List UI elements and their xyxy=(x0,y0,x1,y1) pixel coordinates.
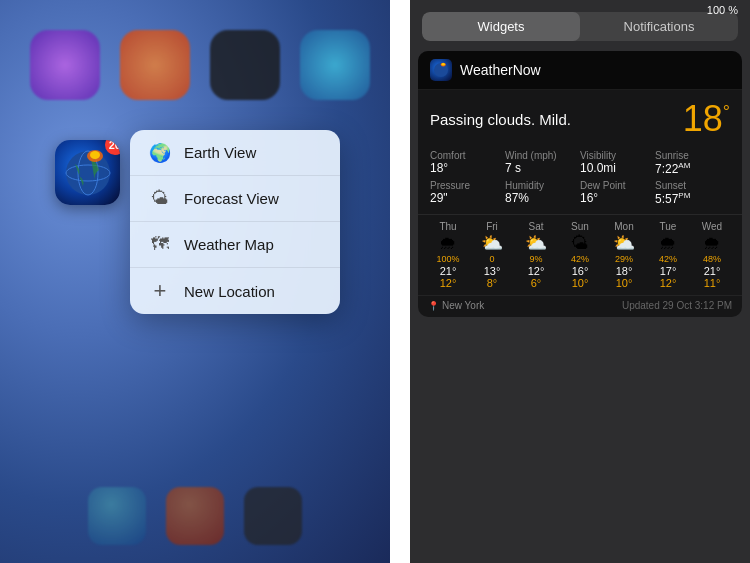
dock-icon-3[interactable] xyxy=(244,487,302,545)
widget-earth-svg xyxy=(433,62,449,78)
new-location-label: New Location xyxy=(184,283,275,300)
fc-fri-pct: 0 xyxy=(489,254,494,264)
menu-item-forecast-view[interactable]: 🌤 Forecast View xyxy=(130,176,340,222)
fc-sat-high: 12° xyxy=(528,265,545,277)
bg-app-blue xyxy=(300,30,370,100)
forecast-sun: Sun 🌤 42% 16° 10° xyxy=(558,221,602,289)
fc-sun-pct: 42% xyxy=(571,254,589,264)
forecast-view-label: Forecast View xyxy=(184,190,279,207)
bg-app-orange xyxy=(120,30,190,100)
fc-fri-low: 8° xyxy=(487,277,498,289)
detail-wind-label: Wind (mph) xyxy=(505,150,580,161)
detail-pressure: Pressure 29" xyxy=(430,180,505,206)
weather-description: Passing clouds. Mild. xyxy=(430,111,571,128)
fc-sun-high: 16° xyxy=(572,265,589,277)
fc-sun-low: 10° xyxy=(572,277,589,289)
app-icon-area: 20 xyxy=(55,140,120,205)
battery-label: 100 % xyxy=(707,4,738,16)
weather-app-icon[interactable]: 20 xyxy=(55,140,120,205)
forecast-view-icon: 🌤 xyxy=(146,185,174,213)
widget-title: WeatherNow xyxy=(460,62,541,78)
status-bar: 100 % xyxy=(0,0,750,20)
fc-thu-high: 21° xyxy=(440,265,457,277)
fc-wed-high: 21° xyxy=(704,265,721,277)
detail-sunset: Sunset 5:57PM xyxy=(655,180,730,206)
fc-thu-icon: 🌧 xyxy=(439,234,457,252)
svg-point-7 xyxy=(442,63,445,66)
dock xyxy=(0,487,390,545)
weather-location: 📍 New York xyxy=(428,300,484,311)
detail-comfort-label: Comfort xyxy=(430,150,505,161)
context-menu: 🌍 Earth View 🌤 Forecast View 🗺 Weather M… xyxy=(130,130,340,314)
notification-center: Widgets Notifications WeatherNow Passing… xyxy=(410,0,750,563)
weather-footer: 📍 New York Updated 29 Oct 3:12 PM xyxy=(418,295,742,317)
detail-dew-value: 16° xyxy=(580,191,655,205)
fc-wed-low: 11° xyxy=(704,277,721,289)
widget-app-icon xyxy=(430,59,452,81)
home-screen: 20 🌍 Earth View 🌤 Forecast View 🗺 Weathe… xyxy=(0,0,390,563)
weather-updated: Updated 29 Oct 3:12 PM xyxy=(622,300,732,311)
detail-pressure-label: Pressure xyxy=(430,180,505,191)
weather-forecast: Thu 🌧 100% 21° 12° Fri ⛅ 0 13° 8° Sat ⛅ … xyxy=(418,214,742,295)
detail-pressure-value: 29" xyxy=(430,191,505,205)
detail-vis-label: Visibility xyxy=(580,150,655,161)
earth-svg xyxy=(63,148,113,198)
weather-map-icon: 🗺 xyxy=(146,231,174,259)
weather-widget: WeatherNow Passing clouds. Mild. 18° Com… xyxy=(418,51,742,317)
detail-vis-value: 10.0mi xyxy=(580,161,655,175)
fc-mon-low: 10° xyxy=(616,277,633,289)
bg-app-dark xyxy=(210,30,280,100)
menu-item-new-location[interactable]: + New Location xyxy=(130,268,340,314)
fc-wed-icon: 🌧 xyxy=(703,234,721,252)
fc-mon-icon: ⛅ xyxy=(613,234,635,252)
detail-visibility: Visibility 10.0mi xyxy=(580,150,655,176)
weather-temp-big: 18° xyxy=(683,98,730,140)
forecast-mon: Mon ⛅ 29% 18° 10° xyxy=(602,221,646,289)
detail-wind-value: 7 s xyxy=(505,161,580,175)
fc-thu-low: 12° xyxy=(440,277,457,289)
fc-mon-high: 18° xyxy=(616,265,633,277)
svg-point-4 xyxy=(90,151,100,159)
fc-tue-name: Tue xyxy=(660,221,677,232)
detail-sunset-value: 5:57PM xyxy=(655,191,730,206)
fc-sat-pct: 9% xyxy=(529,254,542,264)
fc-tue-pct: 42% xyxy=(659,254,677,264)
new-location-icon: + xyxy=(146,277,174,305)
forecast-fri: Fri ⛅ 0 13° 8° xyxy=(470,221,514,289)
fc-wed-name: Wed xyxy=(702,221,722,232)
bg-app-purple xyxy=(30,30,100,100)
detail-comfort-value: 18° xyxy=(430,161,505,175)
detail-dewpoint: Dew Point 16° xyxy=(580,180,655,206)
dock-icon-2[interactable] xyxy=(166,487,224,545)
detail-sunrise-label: Sunrise xyxy=(655,150,730,161)
fc-fri-name: Fri xyxy=(486,221,498,232)
dock-icon-1[interactable] xyxy=(88,487,146,545)
fc-mon-name: Mon xyxy=(614,221,633,232)
fc-sat-icon: ⛅ xyxy=(525,234,547,252)
widget-header: WeatherNow xyxy=(418,51,742,90)
detail-humidity-value: 87% xyxy=(505,191,580,205)
fc-fri-high: 13° xyxy=(484,265,501,277)
detail-wind: Wind (mph) 7 s xyxy=(505,150,580,176)
weather-map-label: Weather Map xyxy=(184,236,274,253)
fc-wed-pct: 48% xyxy=(703,254,721,264)
fc-tue-low: 12° xyxy=(660,277,677,289)
fc-thu-pct: 100% xyxy=(436,254,459,264)
fc-sat-low: 6° xyxy=(531,277,542,289)
detail-sunrise-value: 7:22AM xyxy=(655,161,730,176)
menu-item-earth-view[interactable]: 🌍 Earth View xyxy=(130,130,340,176)
forecast-wed: Wed 🌧 48% 21° 11° xyxy=(690,221,734,289)
detail-sunset-label: Sunset xyxy=(655,180,730,191)
fc-mon-pct: 29% xyxy=(615,254,633,264)
detail-humidity: Humidity 87% xyxy=(505,180,580,206)
fc-sun-name: Sun xyxy=(571,221,589,232)
menu-item-weather-map[interactable]: 🗺 Weather Map xyxy=(130,222,340,268)
detail-humidity-label: Humidity xyxy=(505,180,580,191)
forecast-tue: Tue 🌧 42% 17° 12° xyxy=(646,221,690,289)
weather-details: Comfort 18° Wind (mph) 7 s Visibility 10… xyxy=(418,146,742,214)
fc-fri-icon: ⛅ xyxy=(481,234,503,252)
detail-dew-label: Dew Point xyxy=(580,180,655,191)
forecast-sat: Sat ⛅ 9% 12° 6° xyxy=(514,221,558,289)
detail-comfort: Comfort 18° xyxy=(430,150,505,176)
fc-tue-high: 17° xyxy=(660,265,677,277)
